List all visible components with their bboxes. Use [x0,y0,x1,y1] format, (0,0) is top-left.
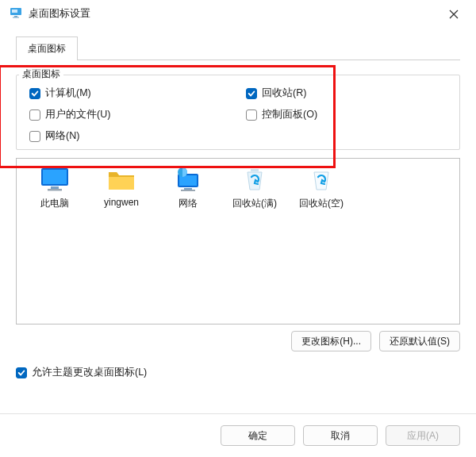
icon-item-yingwen[interactable]: yingwen [90,165,153,208]
cancel-button[interactable]: 取消 [303,425,378,446]
icon-item-network[interactable]: 网络 [156,165,220,210]
group-desktop-icons: 桌面图标 计算机(M) 回收站(R) [16,75,460,150]
svg-rect-5 [43,170,67,184]
button-label: 还原默认值(S) [390,335,450,348]
checkbox-user-files[interactable]: 用户的文件(U) [29,108,230,121]
icon-buttons-row: 更改图标(H)... 还原默认值(S) [16,331,460,351]
checkbox-box [29,131,40,142]
client-area: 桌面图标 桌面图标 计算机(M) 回收站(R) [0,29,476,457]
restore-default-button[interactable]: 还原默认值(S) [379,331,460,351]
checkbox-label: 用户的文件(U) [45,108,110,121]
icon-item-recycle-empty[interactable]: 回收站(空) [290,165,353,210]
folder-icon [106,165,137,194]
checkbox-box [16,367,27,378]
button-label: 取消 [331,429,350,443]
svg-rect-3 [12,10,17,13]
icon-label: yingwen [104,197,139,208]
svg-rect-13 [251,169,259,171]
tab-label: 桌面图标 [28,43,66,54]
tab-strip-underline [16,60,460,60]
svg-rect-6 [51,186,59,189]
svg-rect-7 [48,189,62,191]
icon-label: 此电脑 [40,197,69,210]
icon-preview-panel: 此电脑 yingwen [16,158,460,325]
checkbox-label: 网络(N) [45,129,79,143]
checkbox-box [246,109,257,121]
svg-rect-12 [181,190,195,191]
checkbox-box [29,109,40,121]
close-button[interactable] [438,2,470,27]
window: 桌面图标设置 桌面图标 桌面图标 计算机(M) [0,0,476,457]
icon-item-this-pc[interactable]: 此电脑 [23,165,86,210]
allow-themes-label: 允许主题更改桌面图标(L) [32,366,147,379]
checkbox-network[interactable]: 网络(N) [29,129,230,143]
button-label: 更改图标(H)... [301,335,361,348]
icon-item-recycle-full[interactable]: 回收站(满) [223,165,286,210]
checkbox-label: 计算机(M) [45,86,91,100]
recycle-empty-icon [305,165,337,194]
group-body: 计算机(M) 回收站(R) 用户的文件(U) [16,75,460,150]
allow-themes-row[interactable]: 允许主题更改桌面图标(L) [16,366,460,379]
group-legend: 桌面图标 [19,67,63,81]
apply-button[interactable]: 应用(A) [386,425,460,446]
ok-button[interactable]: 确定 [221,425,295,446]
recycle-full-icon [239,165,271,194]
icon-label: 回收站(空) [299,197,344,210]
checkbox-label: 回收站(R) [262,86,306,100]
icon-label: 网络 [178,197,198,210]
button-label: 确定 [248,429,267,443]
title-bar: 桌面图标设置 [0,0,476,29]
svg-rect-1 [14,16,17,17]
network-icon [172,165,204,194]
title-left: 桌面图标设置 [10,6,90,21]
app-icon [10,6,22,21]
checkbox-control-panel[interactable]: 控制面板(O) [246,108,447,121]
button-label: 应用(A) [407,429,439,443]
checkbox-recycle-bin[interactable]: 回收站(R) [246,86,447,100]
footer-buttons: 确定 取消 应用(A) [0,414,476,457]
window-title: 桌面图标设置 [29,7,90,21]
svg-rect-2 [13,17,19,18]
checkbox-computer[interactable]: 计算机(M) [29,86,230,100]
checkbox-box [246,88,257,99]
checkbox-label: 控制面板(O) [262,108,317,121]
change-icon-button[interactable]: 更改图标(H)... [291,331,371,351]
this-pc-icon [39,165,71,194]
tab-desktop-icons[interactable]: 桌面图标 [16,36,78,60]
icon-label: 回收站(满) [232,197,277,210]
checkbox-box [29,88,40,99]
svg-rect-11 [184,188,192,190]
